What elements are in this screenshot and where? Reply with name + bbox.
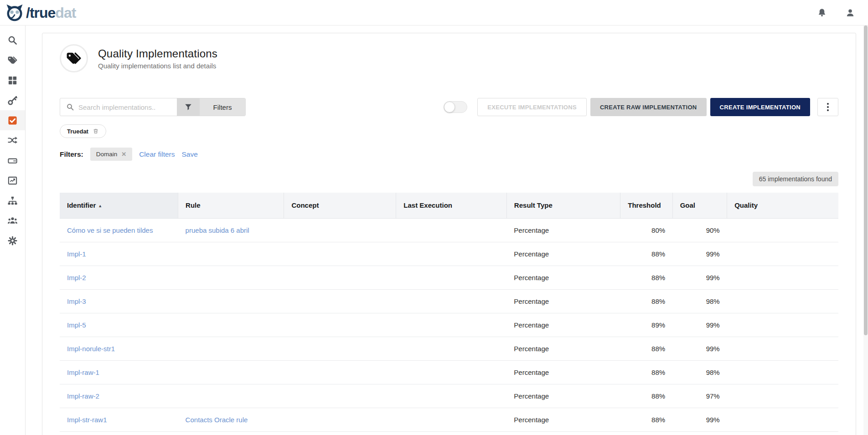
sidebar-item-settings[interactable] (0, 230, 25, 251)
chip-label: Domain (96, 151, 118, 158)
filters-label: Filters: (60, 150, 83, 159)
rule-link (178, 289, 284, 313)
last-execution-cell (396, 360, 507, 384)
column-header-quality[interactable]: Quality (727, 193, 838, 218)
identifier-link[interactable]: Impl-1 (60, 242, 178, 266)
filters-button[interactable]: Filters (200, 98, 245, 116)
execute-toggle[interactable] (444, 101, 467, 113)
users-icon (7, 215, 18, 226)
table-row: Impl-2Percentage88%99% (60, 266, 838, 289)
column-header-rule[interactable]: Rule (178, 193, 284, 218)
goal-cell: 99% (672, 408, 727, 431)
column-header-goal[interactable]: Goal (672, 193, 727, 218)
sidebar-item-insights[interactable] (0, 170, 25, 190)
identifier-link[interactable]: Impl-5 (60, 313, 178, 337)
kebab-icon (827, 103, 829, 105)
page-title: Quality Implementations (98, 47, 217, 60)
funnel-icon (184, 103, 192, 111)
identifier-link[interactable]: Impl-norule-str1 (60, 337, 178, 360)
sidebar-item-dashboard[interactable] (0, 70, 25, 90)
sort-asc-icon: ▲ (98, 204, 102, 208)
concept-cell (284, 266, 396, 289)
search-input[interactable] (78, 103, 172, 111)
truedat-logo[interactable]: /truedat (5, 3, 76, 23)
column-header-identifier[interactable]: Identifier▲ (60, 193, 178, 218)
table-row: Cómo ve si se pueden tildesprueba subida… (60, 218, 838, 242)
sidebar-item-structures[interactable] (0, 150, 25, 170)
last-execution-cell (396, 384, 507, 408)
grid-icon (7, 75, 18, 86)
sidebar-item-lineage[interactable] (0, 130, 25, 150)
quality-cell (727, 289, 838, 313)
filter-funnel-button[interactable] (177, 98, 200, 116)
execute-implementations-button[interactable]: EXECUTE IMPLEMENTATIONS (477, 98, 587, 116)
column-header-concept[interactable]: Concept (284, 193, 396, 218)
notifications-bell-icon[interactable] (817, 8, 827, 18)
sidebar-item-domains[interactable] (0, 190, 25, 210)
applied-filter-pill-truedat[interactable]: Truedat (60, 124, 106, 138)
scrollbar-thumb[interactable] (864, 26, 868, 335)
page-scrollbar[interactable] (863, 26, 868, 435)
identifier-link[interactable]: Impl-3 (60, 289, 178, 313)
shuffle-icon (7, 135, 18, 146)
rule-link (178, 360, 284, 384)
concept-cell (284, 242, 396, 266)
chart-icon (7, 175, 18, 186)
threshold-cell: 88% (620, 242, 672, 266)
create-implementation-button[interactable]: CREATE IMPLEMENTATION (710, 98, 810, 116)
last-execution-cell (396, 313, 507, 337)
tags-icon (66, 51, 82, 66)
last-execution-cell (396, 337, 507, 360)
gear-icon (7, 235, 18, 246)
key-icon (7, 95, 18, 106)
rule-link[interactable]: Contacts Oracle rule (178, 408, 284, 431)
threshold-cell: 80% (620, 218, 672, 242)
table-row: Impl-3Percentage88%98% (60, 289, 838, 313)
search-icon (66, 103, 74, 111)
column-header-last-execution[interactable]: Last Execution (396, 193, 507, 218)
sidebar-item-glossary[interactable] (0, 50, 25, 70)
clear-filters-link[interactable]: Clear filters (139, 150, 175, 159)
concept-cell (284, 384, 396, 408)
search-box: Filters (60, 98, 246, 116)
trash-icon[interactable] (93, 128, 99, 134)
sidebar-item-permissions[interactable] (0, 90, 25, 110)
identifier-link[interactable]: Impl-2 (60, 266, 178, 289)
remove-chip-icon[interactable]: ✕ (121, 151, 126, 157)
save-filters-link[interactable]: Save (182, 150, 198, 159)
column-header-threshold[interactable]: Threshold (620, 193, 672, 218)
quality-cell (727, 360, 838, 384)
goal-cell: 99% (672, 313, 727, 337)
sidebar-item-quality[interactable] (0, 110, 25, 130)
rule-link (178, 384, 284, 408)
main-content: Quality Implementations Quality implemen… (26, 26, 868, 435)
table-row: Impl-5Percentage89%99% (60, 313, 838, 337)
identifier-link[interactable]: Cómo ve si se pueden tildes (60, 218, 178, 242)
identifier-link[interactable]: Impl-str-raw1 (60, 408, 178, 431)
sidebar-item-users[interactable] (0, 210, 25, 230)
rule-link (178, 337, 284, 360)
table-row: Impl-str-raw1Contacts Oracle rulePercent… (60, 408, 838, 431)
last-execution-cell (396, 218, 507, 242)
rule-link[interactable]: prueba subida 6 abril (178, 218, 284, 242)
quality-cell (727, 313, 838, 337)
result-type-cell: Percentage (506, 384, 620, 408)
result-type-cell: Percentage (506, 337, 620, 360)
column-header-result-type[interactable]: Result Type (506, 193, 620, 218)
create-raw-implementation-button[interactable]: CREATE RAW IMPLEMENTATION (590, 98, 707, 116)
identifier-link[interactable]: Impl-raw-2 (60, 384, 178, 408)
user-profile-icon[interactable] (845, 8, 855, 18)
filter-chip-domain: Domain ✕ (90, 148, 132, 161)
concept-cell (284, 218, 396, 242)
result-type-cell: Percentage (506, 266, 620, 289)
goal-cell: 98% (672, 360, 727, 384)
result-type-cell: Percentage (506, 360, 620, 384)
identifier-link[interactable]: Impl-raw-1 (60, 360, 178, 384)
result-type-cell: Percentage (506, 242, 620, 266)
rule-link (178, 313, 284, 337)
sidebar-item-search[interactable] (0, 30, 25, 50)
more-options-kebab-button[interactable] (817, 98, 838, 116)
threshold-cell: 88% (620, 408, 672, 431)
quality-cell (727, 337, 838, 360)
result-type-cell: Percentage (506, 408, 620, 431)
